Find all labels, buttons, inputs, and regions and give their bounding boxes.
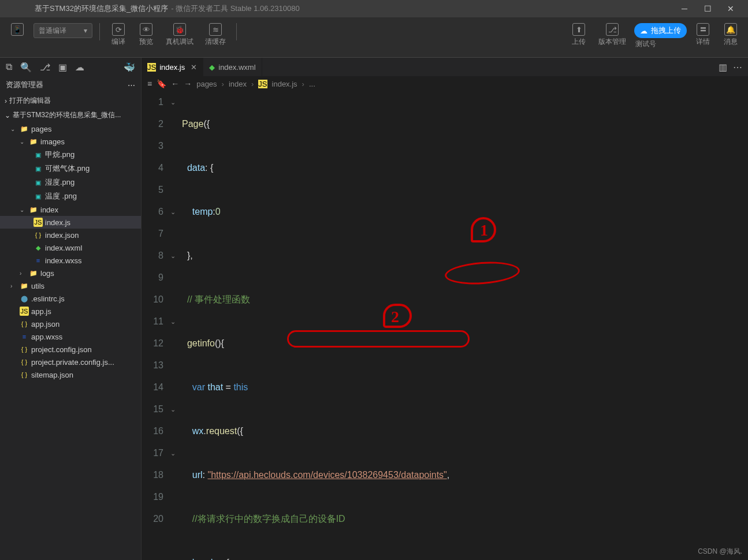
open-editors-section[interactable]: ›打开的编辑器 [0, 94, 141, 108]
tree-utils[interactable]: ›📁utils [0, 279, 141, 292]
version-button[interactable]: ⎇版本管理 [595, 22, 630, 48]
tree-indexwxss[interactable]: ≡index.wxss [0, 254, 141, 267]
file-tree: ⌄📁pages ⌄📁images ▣甲烷.png ▣可燃气体.png ▣湿度.p… [0, 122, 141, 381]
js-icon: JS [147, 63, 156, 72]
sidebar: ⧉ 🔍 ⎇ ▣ ☁ 🐳 资源管理器 ⋯ ›打开的编辑器 ⌄基于STM32的环境信… [0, 58, 142, 560]
tree-indexjson[interactable]: { }index.json [0, 229, 141, 241]
tab-indexwxml[interactable]: ◆ index.wxml [203, 58, 262, 76]
back-icon[interactable]: ← [171, 79, 179, 88]
wxml-icon: ◆ [209, 63, 215, 72]
tree-pages[interactable]: ⌄📁pages [0, 122, 141, 135]
git-icon[interactable]: ⎇ [40, 62, 50, 73]
docker-icon[interactable]: 🐳 [124, 62, 135, 73]
details-button[interactable]: 〓详情 [691, 22, 714, 48]
tree-indexwxml[interactable]: ◆index.wxml [0, 241, 141, 254]
box-icon[interactable]: ▣ [58, 62, 67, 73]
devices-button[interactable]: 📱 [6, 22, 29, 37]
crumb-index[interactable]: index [229, 80, 247, 88]
project-section[interactable]: ⌄基于STM32的环境信息采集_微信... [0, 108, 141, 122]
minimize-button[interactable]: ─ [673, 0, 696, 17]
code-content: Page({ data: { temp:0 }, // 事件处理函数 getin… [182, 91, 463, 560]
bookmark-icon[interactable]: 🔖 [157, 79, 166, 88]
tree-images[interactable]: ⌄📁images [0, 135, 141, 148]
cloud-icon: ☁ [640, 27, 647, 35]
compile-mode-label: 普通编译 [39, 26, 66, 36]
compile-mode-select[interactable]: 普通编译▾ [34, 23, 92, 38]
crumb-pages[interactable]: pages [196, 80, 217, 88]
tree-sitemap[interactable]: { }sitemap.json [0, 368, 141, 381]
tab-bar: JS index.js ✕ ◆ index.wxml ▥ ⋯ [142, 58, 748, 76]
search-icon[interactable]: 🔍 [20, 62, 32, 73]
clear-cache-button[interactable]: ≋清缓存 [202, 22, 229, 48]
tree-img3[interactable]: ▣湿度.png [0, 176, 141, 189]
line-numbers: 1234567891011121314151617181920 [142, 91, 170, 560]
more-icon[interactable]: ⋯ [128, 81, 135, 89]
tab-indexjs[interactable]: JS index.js ✕ [142, 58, 203, 76]
titlebar: 基于STM32的环境信息采集_微信小程序 - 微信开发者工具 Stable 1.… [0, 0, 748, 17]
close-button[interactable]: ✕ [719, 0, 742, 17]
annotation-label-2: 2 [391, 306, 399, 328]
tree-index[interactable]: ⌄📁index [0, 203, 141, 216]
annotation-label-1: 1 [480, 219, 488, 241]
tree-img2[interactable]: ▣可燃气体.png [0, 162, 141, 176]
crumb-file[interactable]: index.js [272, 80, 297, 88]
breadcrumb-bar: ≡ 🔖 ← → pages› index› JS index.js› ... [142, 76, 748, 91]
forward-icon[interactable]: → [184, 79, 192, 88]
tree-appjson[interactable]: { }app.json [0, 318, 141, 330]
fold-column: ⌄⌄⌄⌄⌄⌄ [170, 91, 182, 560]
drag-upload-pill[interactable]: ☁ 拖拽上传 [634, 23, 687, 38]
explorer-header: 资源管理器 ⋯ [0, 76, 141, 94]
tree-eslint[interactable]: ⬤.eslintrc.js [0, 292, 141, 305]
list-icon[interactable]: ≡ [147, 79, 152, 88]
tree-logs[interactable]: ›📁logs [0, 267, 141, 279]
tree-projprivconf[interactable]: { }project.private.config.js... [0, 356, 141, 368]
real-debug-button[interactable]: 🐞真机调试 [162, 22, 197, 48]
tree-img1[interactable]: ▣甲烷.png [0, 148, 141, 162]
sidebar-icons: ⧉ 🔍 ⎇ ▣ ☁ 🐳 [0, 58, 141, 76]
crumb-more[interactable]: ... [309, 80, 315, 88]
close-tab-icon[interactable]: ✕ [191, 63, 197, 72]
tree-appjs[interactable]: JSapp.js [0, 305, 141, 318]
maximize-button[interactable]: ☐ [696, 0, 719, 17]
window-title: 基于STM32的环境信息采集_微信小程序 [35, 3, 168, 14]
upload-button[interactable]: ⬆上传 [567, 22, 590, 48]
split-icon[interactable]: ▥ [719, 62, 727, 73]
messages-button[interactable]: 🔔消息 [719, 22, 742, 48]
tree-indexjs[interactable]: JSindex.js [0, 216, 141, 229]
tree-img4[interactable]: ▣温度 .png [0, 189, 141, 203]
editor-area: JS index.js ✕ ◆ index.wxml ▥ ⋯ ≡ 🔖 ← → p… [142, 58, 748, 560]
watermark: CSDN @海风. [698, 547, 742, 557]
tree-projconf[interactable]: { }project.config.json [0, 343, 141, 356]
code-editor[interactable]: 1234567891011121314151617181920 ⌄⌄⌄⌄⌄⌄ P… [142, 91, 748, 560]
main-toolbar: 📱 普通编译▾ ⟳编译 👁预览 🐞真机调试 ≋清缓存 ⬆上传 ⎇版本管理 ☁ 拖… [0, 17, 748, 58]
preview-button[interactable]: 👁预览 [135, 22, 158, 48]
window-subtitle: - 微信开发者工具 Stable 1.06.2310080 [171, 3, 300, 14]
cloud-icon[interactable]: ☁ [75, 62, 84, 73]
compile-button[interactable]: ⟳编译 [107, 22, 130, 48]
test-account-button[interactable]: 测试号 [632, 38, 660, 50]
tree-appwxss[interactable]: ≡app.wxss [0, 330, 141, 343]
explorer-icon[interactable]: ⧉ [6, 62, 12, 72]
more-tabs-icon[interactable]: ⋯ [733, 62, 742, 73]
